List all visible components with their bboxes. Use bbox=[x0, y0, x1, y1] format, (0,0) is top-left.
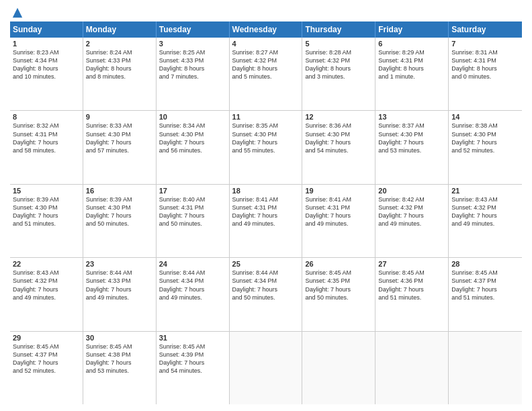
day-number: 10 bbox=[159, 113, 226, 121]
calendar-cell bbox=[375, 332, 449, 404]
day-number: 29 bbox=[13, 334, 80, 342]
cal-header-day: Monday bbox=[83, 21, 157, 38]
calendar-cell: 18Sunrise: 8:41 AMSunset: 4:31 PMDayligh… bbox=[230, 185, 303, 257]
calendar-week-row: 29Sunrise: 8:45 AMSunset: 4:37 PMDayligh… bbox=[10, 332, 522, 404]
cal-header-day: Wednesday bbox=[230, 21, 303, 38]
calendar-cell: 7Sunrise: 8:31 AMSunset: 4:31 PMDaylight… bbox=[449, 38, 522, 110]
day-number: 31 bbox=[159, 334, 226, 342]
day-number: 24 bbox=[159, 260, 226, 268]
cell-info: Sunrise: 8:42 AMSunset: 4:32 PMDaylight:… bbox=[378, 195, 445, 228]
calendar-cell: 27Sunrise: 8:45 AMSunset: 4:36 PMDayligh… bbox=[375, 258, 449, 330]
day-number: 26 bbox=[305, 260, 372, 268]
calendar-cell: 23Sunrise: 8:44 AMSunset: 4:33 PMDayligh… bbox=[83, 258, 157, 330]
logo-text bbox=[10, 7, 24, 19]
calendar-cell: 28Sunrise: 8:45 AMSunset: 4:37 PMDayligh… bbox=[449, 258, 522, 330]
calendar-cell: 3Sunrise: 8:25 AMSunset: 4:33 PMDaylight… bbox=[157, 38, 230, 110]
calendar-cell: 24Sunrise: 8:44 AMSunset: 4:34 PMDayligh… bbox=[157, 258, 230, 330]
cell-info: Sunrise: 8:45 AMSunset: 4:39 PMDaylight:… bbox=[159, 342, 226, 375]
calendar-cell: 12Sunrise: 8:36 AMSunset: 4:30 PMDayligh… bbox=[302, 111, 375, 183]
calendar-cell: 20Sunrise: 8:42 AMSunset: 4:32 PMDayligh… bbox=[375, 185, 449, 257]
calendar-cell: 30Sunrise: 8:45 AMSunset: 4:38 PMDayligh… bbox=[83, 332, 157, 404]
calendar-cell: 17Sunrise: 8:40 AMSunset: 4:31 PMDayligh… bbox=[157, 185, 230, 257]
day-number: 13 bbox=[378, 113, 445, 121]
cell-info: Sunrise: 8:27 AMSunset: 4:32 PMDaylight:… bbox=[232, 48, 300, 81]
cell-info: Sunrise: 8:37 AMSunset: 4:30 PMDaylight:… bbox=[378, 122, 445, 154]
calendar-cell: 8Sunrise: 8:32 AMSunset: 4:31 PMDaylight… bbox=[10, 111, 83, 183]
calendar-cell: 15Sunrise: 8:39 AMSunset: 4:30 PMDayligh… bbox=[10, 185, 83, 257]
cell-info: Sunrise: 8:38 AMSunset: 4:30 PMDaylight:… bbox=[451, 122, 519, 154]
calendar-cell bbox=[302, 332, 375, 404]
calendar-cell: 1Sunrise: 8:23 AMSunset: 4:34 PMDaylight… bbox=[10, 38, 83, 110]
page: SundayMondayTuesdayWednesdayThursdayFrid… bbox=[0, 0, 532, 411]
cell-info: Sunrise: 8:31 AMSunset: 4:31 PMDaylight:… bbox=[451, 48, 519, 81]
day-number: 15 bbox=[13, 187, 80, 195]
svg-marker-0 bbox=[13, 8, 22, 17]
calendar: SundayMondayTuesdayWednesdayThursdayFrid… bbox=[10, 21, 522, 404]
day-number: 28 bbox=[451, 260, 519, 268]
day-number: 23 bbox=[86, 260, 153, 268]
cell-info: Sunrise: 8:29 AMSunset: 4:31 PMDaylight:… bbox=[378, 48, 445, 81]
cell-info: Sunrise: 8:39 AMSunset: 4:30 PMDaylight:… bbox=[13, 195, 80, 228]
calendar-cell: 5Sunrise: 8:28 AMSunset: 4:32 PMDaylight… bbox=[302, 38, 375, 110]
calendar-cell: 19Sunrise: 8:41 AMSunset: 4:31 PMDayligh… bbox=[302, 185, 375, 257]
cell-info: Sunrise: 8:44 AMSunset: 4:34 PMDaylight:… bbox=[159, 269, 226, 302]
cell-info: Sunrise: 8:32 AMSunset: 4:31 PMDaylight:… bbox=[13, 122, 80, 154]
cell-info: Sunrise: 8:28 AMSunset: 4:32 PMDaylight:… bbox=[305, 48, 372, 81]
logo-icon bbox=[11, 7, 24, 19]
cell-info: Sunrise: 8:34 AMSunset: 4:30 PMDaylight:… bbox=[159, 122, 226, 154]
cal-header-day: Saturday bbox=[449, 21, 522, 38]
cell-info: Sunrise: 8:45 AMSunset: 4:36 PMDaylight:… bbox=[378, 269, 445, 302]
header bbox=[10, 7, 522, 16]
cell-info: Sunrise: 8:36 AMSunset: 4:30 PMDaylight:… bbox=[305, 122, 372, 154]
calendar-cell: 31Sunrise: 8:45 AMSunset: 4:39 PMDayligh… bbox=[157, 332, 230, 404]
cell-info: Sunrise: 8:40 AMSunset: 4:31 PMDaylight:… bbox=[159, 195, 226, 228]
cell-info: Sunrise: 8:44 AMSunset: 4:34 PMDaylight:… bbox=[232, 269, 300, 302]
day-number: 14 bbox=[451, 113, 519, 121]
cell-info: Sunrise: 8:45 AMSunset: 4:35 PMDaylight:… bbox=[305, 269, 372, 302]
day-number: 19 bbox=[305, 187, 372, 195]
day-number: 22 bbox=[13, 260, 80, 268]
calendar-body: 1Sunrise: 8:23 AMSunset: 4:34 PMDaylight… bbox=[10, 38, 522, 404]
cell-info: Sunrise: 8:23 AMSunset: 4:34 PMDaylight:… bbox=[13, 48, 80, 81]
calendar-cell: 26Sunrise: 8:45 AMSunset: 4:35 PMDayligh… bbox=[302, 258, 375, 330]
day-number: 1 bbox=[13, 40, 80, 48]
cal-header-day: Friday bbox=[375, 21, 449, 38]
day-number: 30 bbox=[86, 334, 153, 342]
day-number: 18 bbox=[232, 187, 300, 195]
day-number: 7 bbox=[451, 40, 519, 48]
calendar-cell: 21Sunrise: 8:43 AMSunset: 4:32 PMDayligh… bbox=[449, 185, 522, 257]
cell-info: Sunrise: 8:44 AMSunset: 4:33 PMDaylight:… bbox=[86, 269, 153, 302]
cell-info: Sunrise: 8:41 AMSunset: 4:31 PMDaylight:… bbox=[305, 195, 372, 228]
day-number: 3 bbox=[159, 40, 226, 48]
day-number: 12 bbox=[305, 113, 372, 121]
day-number: 6 bbox=[378, 40, 445, 48]
day-number: 17 bbox=[159, 187, 226, 195]
cal-header-day: Sunday bbox=[10, 21, 83, 38]
day-number: 25 bbox=[232, 260, 300, 268]
day-number: 4 bbox=[232, 40, 300, 48]
calendar-cell: 10Sunrise: 8:34 AMSunset: 4:30 PMDayligh… bbox=[157, 111, 230, 183]
calendar-cell bbox=[449, 332, 522, 404]
logo bbox=[10, 7, 24, 16]
cal-header-day: Tuesday bbox=[157, 21, 230, 38]
cell-info: Sunrise: 8:45 AMSunset: 4:37 PMDaylight:… bbox=[13, 342, 80, 375]
day-number: 16 bbox=[86, 187, 153, 195]
calendar-cell: 2Sunrise: 8:24 AMSunset: 4:33 PMDaylight… bbox=[83, 38, 157, 110]
calendar-cell: 14Sunrise: 8:38 AMSunset: 4:30 PMDayligh… bbox=[449, 111, 522, 183]
day-number: 5 bbox=[305, 40, 372, 48]
day-number: 8 bbox=[13, 113, 80, 121]
cell-info: Sunrise: 8:24 AMSunset: 4:33 PMDaylight:… bbox=[86, 48, 153, 81]
cell-info: Sunrise: 8:45 AMSunset: 4:38 PMDaylight:… bbox=[86, 342, 153, 375]
calendar-cell: 13Sunrise: 8:37 AMSunset: 4:30 PMDayligh… bbox=[375, 111, 449, 183]
calendar-week-row: 1Sunrise: 8:23 AMSunset: 4:34 PMDaylight… bbox=[10, 38, 522, 111]
cell-info: Sunrise: 8:35 AMSunset: 4:30 PMDaylight:… bbox=[232, 122, 300, 154]
cell-info: Sunrise: 8:39 AMSunset: 4:30 PMDaylight:… bbox=[86, 195, 153, 228]
cell-info: Sunrise: 8:41 AMSunset: 4:31 PMDaylight:… bbox=[232, 195, 300, 228]
calendar-cell bbox=[230, 332, 303, 404]
day-number: 11 bbox=[232, 113, 300, 121]
cell-info: Sunrise: 8:33 AMSunset: 4:30 PMDaylight:… bbox=[86, 122, 153, 154]
calendar-cell: 4Sunrise: 8:27 AMSunset: 4:32 PMDaylight… bbox=[230, 38, 303, 110]
cell-info: Sunrise: 8:43 AMSunset: 4:32 PMDaylight:… bbox=[451, 195, 519, 228]
day-number: 21 bbox=[451, 187, 519, 195]
day-number: 9 bbox=[86, 113, 153, 121]
